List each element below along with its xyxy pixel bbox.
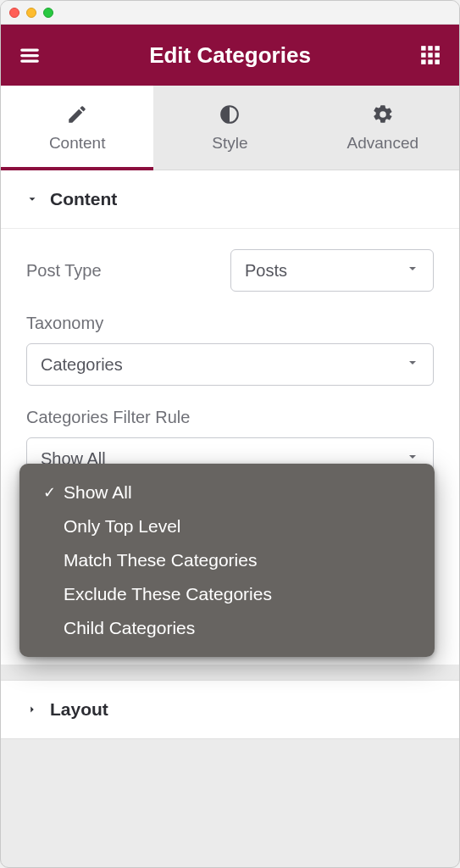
hamburger-icon <box>19 44 41 66</box>
editor-tabs: Content Style Advanced <box>1 86 459 170</box>
svg-rect-6 <box>421 53 425 57</box>
tab-style[interactable]: Style <box>153 86 306 170</box>
svg-rect-0 <box>20 48 39 51</box>
caret-right-icon <box>26 704 38 715</box>
contrast-icon <box>219 103 241 125</box>
dropdown-option-label: Child Categories <box>64 618 195 638</box>
grid-icon <box>419 44 441 66</box>
svg-rect-7 <box>428 53 432 57</box>
chevron-down-icon <box>406 356 419 373</box>
post-type-select[interactable]: Posts <box>230 249 434 292</box>
svg-rect-8 <box>435 53 439 57</box>
tab-content-label: Content <box>49 134 106 153</box>
dropdown-option-show-all[interactable]: Show All <box>28 476 426 509</box>
panel-title: Edit Categories <box>42 42 418 69</box>
window-minimize-icon[interactable] <box>26 8 36 18</box>
section-layout-title: Layout <box>50 699 108 720</box>
section-layout: Layout <box>1 680 459 739</box>
dropdown-option-exclude-these[interactable]: Exclude These Categories <box>28 577 426 611</box>
dropdown-option-label: Only Top Level <box>64 516 181 537</box>
field-taxonomy: Taxonomy Categories <box>26 314 434 386</box>
post-type-label: Post Type <box>26 261 213 281</box>
dropdown-option-only-top-level[interactable]: Only Top Level <box>28 509 426 543</box>
dropdown-option-child-categories[interactable]: Child Categories <box>28 611 426 645</box>
panel-header: Edit Categories <box>1 25 459 86</box>
svg-rect-3 <box>421 46 425 50</box>
svg-rect-2 <box>20 59 39 62</box>
svg-rect-4 <box>428 46 432 50</box>
post-type-value: Posts <box>245 261 287 281</box>
svg-rect-1 <box>20 54 39 57</box>
dropdown-option-label: Match These Categories <box>64 550 257 570</box>
check-icon <box>40 483 58 502</box>
dropdown-option-label: Exclude These Categories <box>64 584 272 604</box>
editor-window: Edit Categories Content Style Advanced <box>0 0 460 868</box>
filter-rule-label: Categories Filter Rule <box>26 408 434 427</box>
menu-button[interactable] <box>18 43 42 67</box>
taxonomy-select[interactable]: Categories <box>26 343 434 386</box>
window-zoom-icon[interactable] <box>43 8 53 18</box>
window-close-icon[interactable] <box>9 8 19 18</box>
section-content-header[interactable]: Content <box>1 170 459 229</box>
taxonomy-label: Taxonomy <box>26 314 434 333</box>
tab-advanced-label: Advanced <box>347 134 419 153</box>
svg-rect-9 <box>421 59 425 64</box>
svg-rect-5 <box>435 46 439 50</box>
field-post-type: Post Type Posts <box>26 249 434 292</box>
filter-rule-dropdown[interactable]: Show All Only Top Level Match These Cate… <box>19 464 435 657</box>
dropdown-option-label: Show All <box>64 482 132 503</box>
svg-rect-10 <box>428 59 432 64</box>
tab-content[interactable]: Content <box>1 86 153 170</box>
dropdown-option-match-these[interactable]: Match These Categories <box>28 543 426 577</box>
caret-down-icon <box>26 193 38 205</box>
gear-icon <box>372 103 394 125</box>
chevron-down-icon <box>406 262 419 279</box>
window-titlebar <box>1 1 459 25</box>
apps-button[interactable] <box>418 43 442 67</box>
section-layout-header[interactable]: Layout <box>1 681 459 738</box>
taxonomy-value: Categories <box>41 355 123 375</box>
tab-style-label: Style <box>212 134 247 153</box>
section-content-title: Content <box>50 189 117 209</box>
svg-rect-11 <box>435 59 439 64</box>
tab-advanced[interactable]: Advanced <box>307 86 459 170</box>
pencil-icon <box>66 103 88 125</box>
